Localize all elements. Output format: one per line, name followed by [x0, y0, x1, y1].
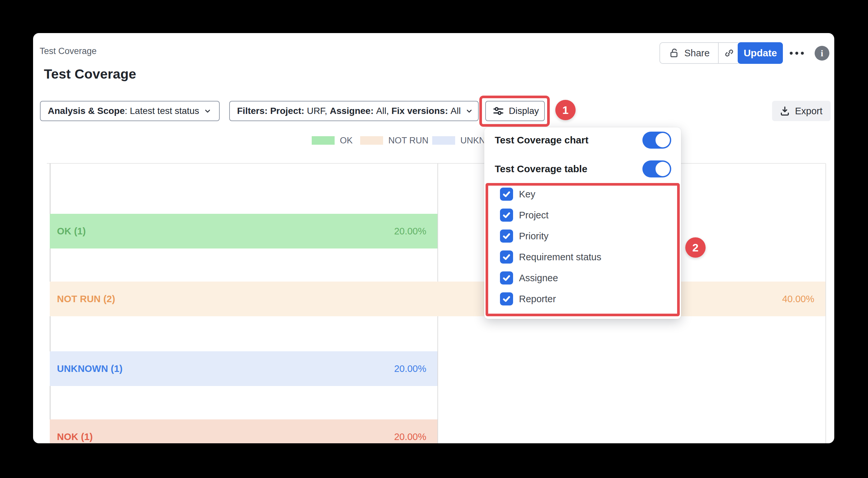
checkbox-label: Priority	[519, 231, 549, 242]
chart-toggle[interactable]	[642, 132, 671, 149]
more-ellipsis-icon	[790, 52, 793, 55]
checkbox-row-priority[interactable]: Priority	[500, 229, 549, 243]
checkbox-row-requirement-status[interactable]: Requirement status	[500, 250, 601, 264]
bar-label: NOT RUN (2)	[57, 294, 115, 305]
toggle-label-table: Test Coverage table	[495, 163, 587, 174]
chart-legend: OK NOT RUN UNKNOWN	[312, 135, 484, 146]
bar-percent: 40.00%	[782, 294, 814, 305]
info-icon[interactable]: i	[815, 46, 829, 61]
download-icon	[779, 105, 790, 117]
export-button[interactable]: Export	[772, 101, 831, 121]
copy-link-button[interactable]	[719, 43, 740, 63]
filters-dropdown[interactable]: Filters: Project: URF, Assignee: All, Fi…	[229, 101, 479, 121]
more-menu-button[interactable]	[787, 42, 806, 64]
legend-label: NOT RUN	[388, 135, 429, 146]
legend-item-ok: OK	[312, 135, 353, 146]
bar-label: UNKNOWN (1)	[57, 363, 122, 374]
checkbox-row-reporter[interactable]: Reporter	[500, 292, 556, 306]
checkbox-label: Assignee	[519, 273, 558, 284]
bar-not-run: NOT RUN (2) 40.00%	[50, 282, 826, 316]
share-button-group: Share	[659, 42, 740, 64]
update-button[interactable]: Update	[738, 42, 783, 64]
share-button-label: Share	[684, 48, 710, 59]
checkbox-checked-icon[interactable]	[500, 251, 513, 263]
bar-nok: NOK (1) 20.00%	[50, 419, 437, 443]
checkbox-checked-icon[interactable]	[500, 272, 513, 285]
sliders-icon	[492, 105, 504, 117]
legend-item-notrun: NOT RUN	[360, 135, 429, 146]
filter-assignee-value: All,	[376, 106, 392, 116]
analysis-scope-value: : Latest test status	[125, 106, 199, 116]
link-icon	[723, 47, 735, 59]
checkbox-label: Project	[519, 210, 549, 221]
legend-swatch-ok	[312, 136, 335, 145]
chart-top-border	[47, 163, 826, 164]
filter-fixversions-value: All	[451, 106, 461, 116]
filters-label: Filters:	[237, 106, 270, 116]
toggle-row-table: Test Coverage table	[495, 160, 671, 178]
checkbox-checked-icon[interactable]	[500, 229, 513, 243]
filter-project-value: URF,	[307, 106, 330, 116]
legend-label: UNKNOWN	[460, 135, 484, 146]
toggle-knob	[655, 162, 670, 176]
bar-label: OK (1)	[57, 226, 86, 237]
checkbox-label: Key	[519, 189, 535, 200]
checkbox-checked-icon[interactable]	[500, 209, 513, 222]
table-toggle[interactable]	[642, 160, 671, 178]
checkbox-checked-icon[interactable]	[500, 188, 513, 201]
bar-label: NOK (1)	[57, 432, 93, 442]
filter-assignee-label: Assignee:	[330, 106, 376, 116]
display-button-label: Display	[509, 106, 539, 116]
toggle-label-chart: Test Coverage chart	[495, 134, 588, 146]
bar-percent: 20.00%	[394, 432, 426, 442]
share-button[interactable]: Share	[660, 43, 718, 63]
chart-gridline-right	[826, 163, 826, 443]
bar-percent: 20.00%	[394, 226, 426, 237]
annotation-step-badge-1: 1	[555, 100, 576, 120]
legend-label: OK	[340, 135, 353, 146]
app-card: Test Coverage Test Coverage Share Upda	[33, 33, 834, 443]
analysis-scope-label: Analysis & Scope	[48, 106, 125, 116]
toggle-knob	[655, 133, 670, 147]
legend-swatch-unknown	[432, 136, 455, 145]
toggle-row-chart: Test Coverage chart	[495, 132, 671, 149]
bar-percent: 20.00%	[394, 363, 426, 374]
legend-item-unknown: UNKNOWN	[432, 135, 484, 146]
analysis-scope-dropdown[interactable]: Analysis & Scope: Latest test status	[40, 101, 220, 121]
chevron-down-icon	[204, 86, 219, 136]
bar-unknown: UNKNOWN (1) 20.00%	[50, 351, 437, 386]
page-title: Test Coverage	[44, 66, 136, 82]
filter-fixversions-label: Fix versions:	[391, 106, 451, 116]
checkbox-row-assignee[interactable]: Assignee	[500, 271, 558, 285]
display-dropdown-panel: Test Coverage chart Test Coverage table …	[484, 127, 681, 319]
checkbox-row-key[interactable]: Key	[500, 187, 535, 201]
chevron-down-icon	[465, 86, 480, 136]
checkbox-checked-icon[interactable]	[500, 292, 513, 306]
legend-swatch-notrun	[360, 136, 383, 145]
annotation-step-badge-2: 2	[685, 237, 706, 258]
filter-project-label: Project:	[270, 106, 307, 116]
unlocked-padlock-icon	[669, 47, 680, 59]
breadcrumb[interactable]: Test Coverage	[40, 46, 97, 56]
checkbox-row-project[interactable]: Project	[500, 208, 549, 222]
export-button-label: Export	[795, 106, 823, 117]
checkbox-label: Requirement status	[519, 252, 601, 262]
checkbox-label: Reporter	[519, 294, 556, 305]
bar-ok: OK (1) 20.00%	[50, 214, 437, 249]
display-button[interactable]: Display	[485, 101, 545, 121]
